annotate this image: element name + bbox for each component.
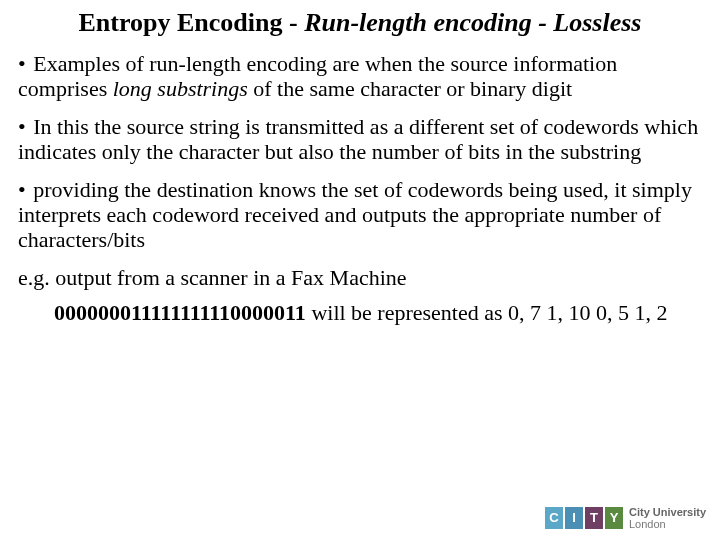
bullet-2: • In this the source string is transmitt… (18, 115, 702, 164)
university-logo: C I T Y City University London (545, 506, 706, 530)
bullet-1: • Examples of run-length encoding are wh… (18, 52, 702, 101)
binary-string: 000000011111111110000011 (18, 300, 306, 325)
example-value: 000000011111111110000011 will be represe… (18, 301, 702, 326)
slide-title: Entropy Encoding - Run-length encoding -… (18, 8, 702, 38)
title-prefix: Entropy Encoding (79, 8, 283, 37)
bullet-icon: • (18, 114, 26, 139)
title-dash: - (282, 8, 304, 37)
bullet-3: • providing the destination knows the se… (18, 178, 702, 252)
bullet-1-post: of the same character or binary digit (248, 76, 572, 101)
logo-line2: London (629, 518, 666, 530)
bullet-1-italic: long substrings (113, 76, 248, 101)
title-italic: Run-length encoding - Lossless (304, 8, 641, 37)
logo-letter-y: Y (605, 507, 623, 529)
example-label: e.g. output from a scanner in a Fax Mach… (18, 266, 702, 291)
bullet-3-text: providing the destination knows the set … (18, 177, 692, 251)
logo-letter-c: C (545, 507, 563, 529)
logo-letter-i: I (565, 507, 583, 529)
logo-blocks: C I T Y (545, 507, 623, 529)
logo-letter-t: T (585, 507, 603, 529)
bullet-icon: • (18, 51, 26, 76)
bullet-2-text: In this the source string is transmitted… (18, 114, 698, 164)
slide: Entropy Encoding - Run-length encoding -… (0, 0, 720, 326)
logo-text: City University London (629, 506, 706, 530)
bullet-icon: • (18, 177, 26, 202)
logo-line1: City University (629, 506, 706, 518)
binary-post: will be represented as 0, 7 1, 10 0, 5 1… (306, 300, 668, 325)
